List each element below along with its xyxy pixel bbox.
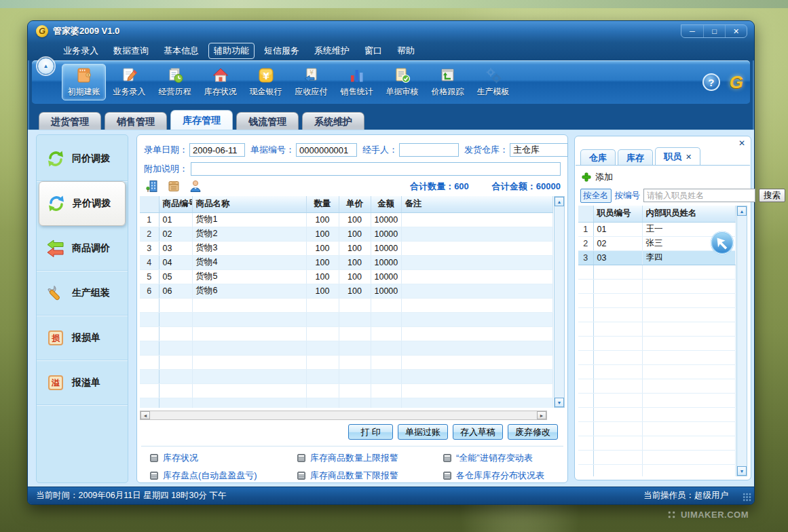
tab-2[interactable]: 库存管理	[170, 110, 233, 130]
filter-by-name-button[interactable]: 按全名	[580, 189, 612, 203]
menu-item-6[interactable]: 窗口	[359, 43, 388, 59]
total-qty-value: 600	[454, 181, 469, 191]
toolbar-button-7[interactable]: 单据审核	[380, 64, 424, 100]
table-row[interactable]: 202货物210010010000	[140, 227, 553, 241]
empty-cell	[306, 383, 339, 398]
toolbar-button-4[interactable]: ¥现金银行	[244, 64, 288, 100]
sidebar-item-4[interactable]: 损报损单	[37, 316, 128, 360]
company-icon[interactable]	[145, 179, 159, 193]
employee-icon[interactable]	[189, 179, 202, 193]
window-controls: ─□✕	[681, 24, 747, 38]
maximize-button[interactable]: □	[703, 25, 725, 37]
items-vertical-scrollbar[interactable]: ▲ ▼	[554, 196, 565, 408]
ship-warehouse-input[interactable]	[510, 143, 568, 157]
action-button-2[interactable]: 存入草稿	[453, 424, 503, 440]
scroll-right-icon[interactable]: ►	[537, 411, 546, 419]
toolbar-button-3[interactable]: 库存状况	[198, 64, 242, 100]
report-link-1-1[interactable]: 库存商品数量下限报警	[297, 470, 443, 482]
lookup-tab-2[interactable]: 职员✕	[655, 147, 700, 166]
quickbar-row: 合计数量：600 合计金额：60000	[145, 178, 561, 193]
action-button-0[interactable]: 打 印	[348, 424, 393, 440]
product-icon[interactable]	[167, 179, 181, 193]
empty-row	[140, 398, 553, 408]
tab-0[interactable]: 进货管理	[39, 112, 101, 130]
items-cell: 01	[159, 212, 192, 227]
table-row[interactable]: 505货物510010010000	[140, 269, 553, 284]
menu-item-5[interactable]: 系统维护	[309, 43, 355, 59]
tab-3[interactable]: 钱流管理	[236, 112, 299, 130]
help-icon[interactable]: ?	[702, 73, 720, 91]
scroll-up-icon[interactable]: ▲	[737, 206, 747, 216]
toolbar-button-label: 库存状况	[204, 86, 237, 98]
empty-cell	[401, 355, 553, 369]
menu-item-7[interactable]: 帮助	[392, 43, 420, 59]
toolbar-button-1[interactable]: 业务录入	[107, 64, 151, 100]
empty-row	[578, 364, 736, 379]
staff-row[interactable]: 303李四	[578, 250, 736, 265]
report-link-0-1[interactable]: 库存商品数量上限报警	[297, 452, 443, 464]
toolbar-button-2[interactable]: 经营历程	[153, 64, 197, 100]
doc-number-field: 单据编号：	[250, 143, 357, 157]
toolbar-button-0[interactable]: 初期建账	[62, 64, 106, 100]
tab-close-icon[interactable]: ✕	[686, 153, 692, 162]
search-button[interactable]: 搜索	[759, 189, 785, 202]
sidebar-item-0[interactable]: 同价调拨	[37, 136, 128, 181]
menu-item-0[interactable]: 业务录入	[58, 43, 104, 59]
tab-4[interactable]: 系统维护	[302, 112, 364, 130]
staff-vertical-scrollbar[interactable]: ▲ ▼	[736, 206, 747, 476]
report-link-0-2[interactable]: “全能”进销存变动表	[443, 452, 563, 464]
toolbar-button-5[interactable]: ¥应收应付	[289, 64, 333, 100]
staff-row[interactable]: 101王一	[578, 222, 736, 236]
sidebar-item-5[interactable]: 溢报溢单	[37, 360, 128, 405]
title-bar[interactable]: G 管家婆2009 V1.0 ─□✕	[28, 21, 754, 41]
collapse-toolbar-button[interactable]: ▲	[37, 58, 54, 75]
toolbar-button-6[interactable]: 销售统计	[335, 64, 379, 100]
report-link-1-2[interactable]: 各仓库库存分布状况表	[443, 470, 563, 482]
scroll-down-icon[interactable]: ▼	[555, 398, 564, 407]
toolbar-button-8[interactable]: 价格跟踪	[426, 64, 470, 100]
doc-number-input[interactable]	[296, 143, 357, 157]
items-horizontal-scrollbar[interactable]: ◄ ►	[140, 411, 547, 420]
report-link-1-0[interactable]: 库存盘点(自动盘盈盘亏)	[149, 470, 297, 482]
staff-table: 职员编号内部职员姓名101王一202张三303李四	[578, 206, 736, 476]
payable-icon: ¥	[303, 66, 320, 84]
table-row[interactable]: 606货物610010010000	[140, 284, 553, 298]
sidebar-item-2[interactable]: 商品调价	[37, 226, 128, 271]
resize-grip[interactable]	[743, 493, 751, 501]
report-link-0-0[interactable]: 库存状况	[149, 452, 297, 464]
table-row[interactable]: 404货物410010010000	[140, 255, 553, 269]
tab-1[interactable]: 销售管理	[105, 112, 167, 130]
order-date-input[interactable]	[189, 143, 245, 157]
sidebar-item-1[interactable]: 异价调拨	[39, 181, 126, 226]
scroll-up-icon[interactable]: ▲	[555, 197, 564, 206]
empty-cell	[593, 379, 642, 393]
items-column-header: 单价	[339, 196, 371, 212]
staff-search-input[interactable]	[643, 189, 755, 202]
minimize-button[interactable]: ─	[681, 25, 703, 37]
row-number-cell: 4	[140, 255, 159, 269]
note-input[interactable]	[191, 162, 561, 176]
staff-row[interactable]: 202张三	[578, 236, 736, 250]
handler-input[interactable]	[399, 143, 459, 157]
lookup-tab-1[interactable]: 库存	[618, 149, 653, 166]
table-row[interactable]: 101货物110010010000	[140, 212, 553, 227]
filter-by-code-button[interactable]: 按编号	[615, 190, 641, 202]
menu-item-4[interactable]: 短信服务	[259, 43, 305, 59]
close-button[interactable]: ✕	[725, 25, 747, 37]
lookup-tab-0[interactable]: 仓库	[580, 149, 616, 166]
action-button-1[interactable]: 单据过账	[398, 424, 448, 440]
scroll-down-icon[interactable]: ▼	[737, 466, 747, 476]
scroll-left-icon[interactable]: ◄	[140, 411, 150, 419]
menu-item-1[interactable]: 数据查询	[108, 43, 154, 59]
menu-item-2[interactable]: 基本信息	[158, 43, 204, 59]
empty-cell	[401, 383, 553, 398]
action-button-3[interactable]: 废弃修改	[508, 424, 558, 440]
add-button[interactable]: 添加	[582, 170, 613, 184]
menu-item-3[interactable]: 辅助功能	[208, 43, 255, 59]
staff-cell: 张三	[642, 236, 736, 250]
empty-cell	[578, 279, 593, 293]
panel-close-icon[interactable]: ✕	[738, 138, 745, 148]
sidebar-item-3[interactable]: 生产组装	[37, 271, 128, 316]
toolbar-button-9[interactable]: 生产模板	[471, 64, 515, 100]
table-row[interactable]: 303货物310010010000	[140, 241, 553, 255]
